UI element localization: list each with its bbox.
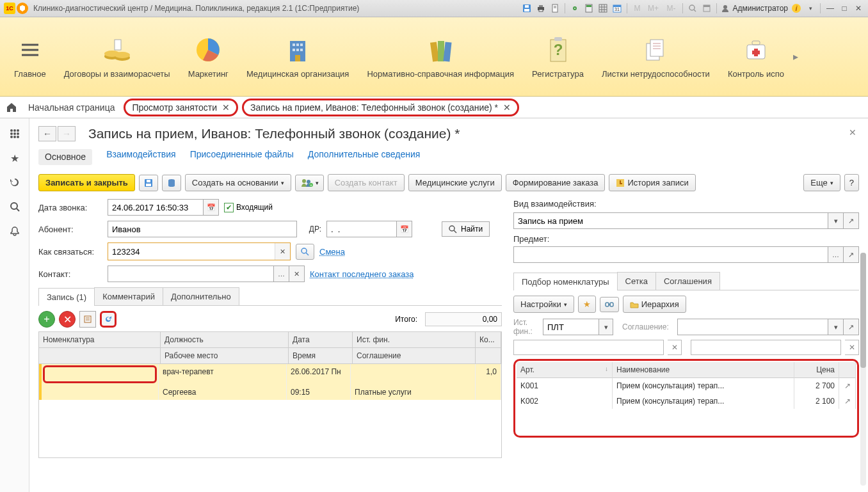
tab-appointment[interactable]: Запись на прием, Иванов: Телефонный звон… — [242, 99, 519, 116]
date-input[interactable] — [108, 199, 204, 216]
hdr-fin[interactable]: Ист. фин. — [353, 332, 476, 348]
more-button[interactable]: Еще▾ — [803, 174, 840, 191]
user-label[interactable]: Администратор — [721, 4, 788, 13]
ribbon-more-icon[interactable]: ▸ — [793, 51, 798, 63]
source-fin-input[interactable] — [543, 319, 599, 335]
more-icon[interactable]: … — [828, 246, 844, 263]
bell-icon[interactable] — [8, 225, 21, 237]
subnav-main[interactable]: Основное — [38, 149, 92, 165]
subnav-extra[interactable]: Дополнительные сведения — [308, 149, 421, 165]
dropdown-icon[interactable]: ▾ — [828, 212, 844, 229]
memory-m-icon[interactable]: M — [631, 3, 643, 14]
ribbon-marketing[interactable]: Маркетинг — [179, 35, 237, 79]
kind-input[interactable] — [513, 212, 828, 229]
table-row[interactable]: врач-терапевт 26.06.2017 Пн 1,0 — [39, 364, 501, 385]
tab-additional[interactable]: Дополнительно — [163, 287, 239, 305]
calendar-icon[interactable]: 31 — [611, 3, 623, 14]
grid-icon[interactable] — [597, 3, 609, 14]
link2-button[interactable] — [600, 297, 619, 312]
hierarchy-button[interactable]: Иерархия — [623, 296, 686, 313]
clear-icon[interactable]: ✕ — [668, 340, 682, 355]
breadcrumb-home[interactable]: Начальная страница — [23, 100, 120, 115]
add-row-button[interactable]: + — [38, 311, 55, 328]
delete-row-button[interactable]: ✕ — [59, 311, 76, 328]
search-icon[interactable] — [8, 200, 21, 213]
info-icon[interactable]: i — [791, 3, 802, 14]
star-icon[interactable]: ★ — [8, 152, 21, 164]
hdr-time[interactable]: Время — [289, 348, 353, 364]
hdr-price[interactable]: Цена — [794, 362, 839, 378]
open-icon[interactable]: ↗ — [844, 246, 859, 263]
ribbon-contracts[interactable]: Договоры и взаиморасчеты — [55, 35, 179, 79]
ribbon-reference[interactable]: Нормативно-справочная информация — [358, 35, 523, 79]
clear-icon[interactable]: ✕ — [275, 243, 290, 260]
db-button[interactable] — [162, 175, 181, 191]
more-icon[interactable]: … — [274, 266, 289, 282]
subnav-interactions[interactable]: Взаимодействия — [106, 149, 176, 165]
incoming-checkbox[interactable]: ✔ Входящий — [224, 203, 273, 212]
search-shift-button[interactable] — [296, 244, 314, 260]
zoom-icon[interactable] — [687, 3, 698, 14]
ribbon-sickleave[interactable]: Листки нетрудоспособности — [593, 35, 719, 79]
calendar-picker-icon[interactable]: 📅 — [204, 199, 219, 216]
save-close-button[interactable]: Записать и закрыть — [38, 174, 135, 191]
hdr-agreement[interactable]: Соглашение — [353, 348, 476, 364]
find-button[interactable]: Найти — [442, 221, 490, 237]
howcontact-input[interactable] — [108, 243, 275, 260]
abonent-input[interactable] — [108, 221, 297, 237]
save-button[interactable] — [139, 175, 158, 191]
doc-icon[interactable] — [549, 3, 561, 14]
tab-grid[interactable]: Сетка — [617, 272, 656, 290]
hdr-post[interactable]: Должность — [161, 332, 289, 348]
hdr-nomenclature[interactable]: Номенклатура — [39, 332, 161, 348]
calc-icon[interactable] — [583, 3, 595, 14]
history-button[interactable]: История записи — [609, 174, 695, 191]
open-icon[interactable]: ↗ — [844, 212, 859, 229]
close-window-icon[interactable]: ✕ — [853, 3, 864, 14]
contact-input[interactable] — [108, 266, 274, 282]
nom-row[interactable]: K002 Прием (консультация) терап... 2 100… — [517, 393, 856, 409]
tab-record[interactable]: Запись (1) — [38, 288, 95, 306]
dropdown-icon[interactable]: ▾ — [828, 319, 844, 335]
help-button[interactable]: ? — [844, 174, 859, 191]
nom-row[interactable]: K001 Прием (консультация) терап... 2 700… — [517, 378, 856, 393]
ribbon-main[interactable]: Главное — [5, 35, 55, 79]
create-based-button[interactable]: Создать на основании▾ — [185, 174, 291, 191]
info-caret-icon[interactable]: ▾ — [805, 3, 816, 14]
subnav-files[interactable]: Присоединенные файлы — [190, 149, 294, 165]
save-icon[interactable] — [521, 3, 533, 14]
nav-forward-button[interactable]: → — [58, 126, 76, 141]
lastorder-link[interactable]: Контакт последнего заказа — [310, 269, 414, 279]
minimize-icon[interactable]: — — [824, 3, 836, 14]
tab-comment[interactable]: Комментарий — [94, 287, 163, 305]
memory-mplus-icon[interactable]: M+ — [645, 3, 661, 14]
maximize-icon[interactable]: □ — [839, 3, 850, 14]
filter-art-input[interactable] — [513, 340, 664, 355]
close-page-icon[interactable]: ✕ — [849, 127, 856, 138]
ribbon-control[interactable]: Контроль испо — [719, 35, 793, 79]
filter-name-input[interactable] — [691, 340, 841, 355]
tab-nomenclature[interactable]: Подбор номенклатуры — [513, 273, 618, 290]
agreement-input[interactable] — [677, 319, 828, 335]
med-services-button[interactable]: Медицинские услуги — [408, 174, 502, 191]
hdr-name[interactable]: Наименование — [613, 362, 794, 378]
hdr-date[interactable]: Дата — [289, 332, 353, 348]
ribbon-medorg[interactable]: Медицинская организация — [237, 35, 358, 79]
tab-view-busy[interactable]: Просмотр занятости ✕ — [124, 99, 238, 116]
people-button[interactable]: +▾ — [295, 175, 324, 191]
fav-button[interactable]: ★ — [578, 296, 596, 313]
home-icon[interactable] — [4, 100, 19, 115]
scrollbar[interactable] — [860, 253, 866, 486]
shift-link[interactable]: Смена — [319, 247, 345, 257]
memory-mminus-icon[interactable]: M- — [663, 3, 679, 14]
tab-close-icon[interactable]: ✕ — [222, 102, 230, 113]
print-icon[interactable] — [535, 3, 547, 14]
subject-input[interactable] — [513, 246, 828, 263]
tab-agreements[interactable]: Соглашения — [655, 272, 720, 290]
history-icon[interactable] — [8, 176, 21, 189]
open-icon[interactable]: ↗ — [839, 393, 856, 409]
open-icon[interactable]: ↗ — [839, 378, 856, 393]
refresh-button[interactable] — [100, 311, 117, 328]
open-icon[interactable]: ↗ — [844, 319, 859, 335]
link-icon[interactable] — [569, 3, 581, 14]
